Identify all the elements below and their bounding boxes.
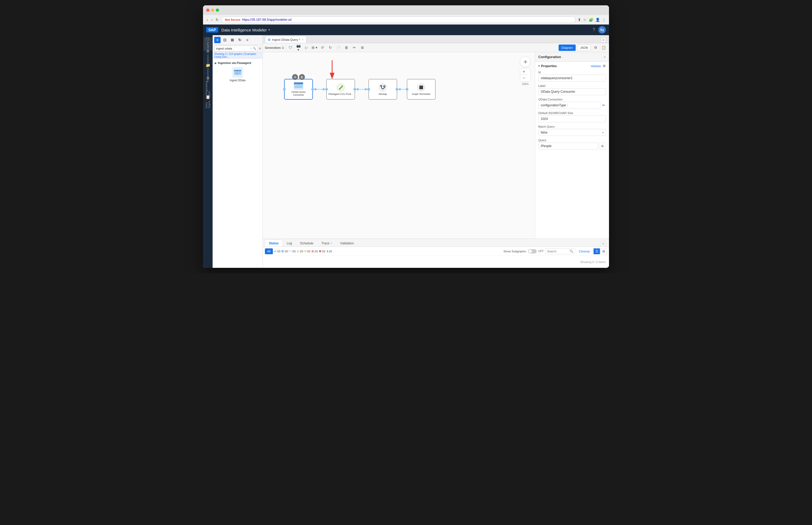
help-icon[interactable]: ? bbox=[593, 28, 595, 32]
svg-rect-8 bbox=[294, 86, 303, 87]
terminator-node-label: Graph Terminator bbox=[411, 93, 432, 96]
diagram-view-btn[interactable]: Diagram bbox=[559, 45, 576, 51]
node-action-settings[interactable]: ⚙ bbox=[292, 74, 298, 80]
bottom-tab-trace[interactable]: Trace × bbox=[317, 240, 336, 246]
query-copy-btn[interactable]: ⧉ bbox=[599, 142, 606, 150]
csv-node-box[interactable]: Flowagent CSV Prod... bbox=[326, 79, 355, 100]
sidebar-item-operators[interactable]: ⚙ Operators bbox=[204, 52, 212, 65]
sidebar-item-config-types[interactable]: ⚙ Configuration Types bbox=[204, 80, 212, 94]
canvas-config-split: ⚙ 🗑 bbox=[263, 52, 609, 239]
odata-node-box[interactable]: OData Query Consumer bbox=[284, 79, 313, 100]
back-button[interactable]: ‹ bbox=[206, 17, 208, 22]
search-go-icon[interactable]: 🔍 bbox=[253, 47, 256, 50]
copy-btn[interactable]: 📄 bbox=[335, 45, 342, 51]
filter-dead[interactable]: ✖ (0) bbox=[319, 249, 325, 254]
menu-icon[interactable]: ⋮ bbox=[602, 18, 606, 22]
subgraphs-toggle[interactable] bbox=[528, 249, 537, 253]
validate-btn[interactable]: 🛡 bbox=[287, 45, 294, 51]
json-view-btn[interactable]: JSON bbox=[577, 45, 591, 51]
sidebar-item-repository[interactable]: 📁 Repository bbox=[204, 66, 212, 79]
bottom-maximize-btn[interactable]: ⊡ bbox=[601, 241, 606, 246]
grid-btn[interactable]: ⊞ bbox=[359, 45, 366, 51]
canvas-maximize-btn[interactable]: ⊡ bbox=[601, 38, 606, 42]
filter-pending[interactable]: ⚙ (0) bbox=[282, 249, 288, 254]
zoom-out-btn[interactable]: − bbox=[520, 75, 528, 81]
filter-paused[interactable]: ⏸ (0) bbox=[297, 249, 303, 254]
tree-item-ingestion[interactable]: ▶ Ingestion via Flowagent bbox=[215, 61, 260, 65]
flow-node-wiretap[interactable]: Wiretap bbox=[368, 79, 397, 100]
sidebar-item-graphs[interactable]: ⬡ Graphs bbox=[204, 37, 212, 51]
extension-icon[interactable]: 🧩 bbox=[589, 18, 593, 22]
bottom-search-input[interactable] bbox=[547, 250, 568, 253]
run-btn[interactable]: ▷ bbox=[303, 45, 310, 51]
label-field-input[interactable] bbox=[538, 88, 606, 95]
filter-graphs-button[interactable]: ≡ bbox=[244, 37, 250, 43]
profile-icon[interactable]: 👤 bbox=[595, 18, 600, 22]
delete-btn[interactable]: 🗑 bbox=[343, 45, 350, 51]
share-icon[interactable]: ⬆ bbox=[578, 18, 581, 22]
dropdown-arrow[interactable]: ▾ bbox=[269, 28, 270, 32]
filter-running[interactable]: ✔ (0) bbox=[275, 249, 280, 254]
forward-button[interactable]: › bbox=[211, 17, 213, 22]
refresh-graphs-button[interactable]: ↻ bbox=[237, 37, 243, 43]
graph-item-ingest-odata[interactable]: Ingest OData bbox=[215, 65, 260, 84]
filter-info[interactable]: ℹ (0) bbox=[327, 249, 333, 254]
flow-node-terminator[interactable]: Graph Terminator bbox=[407, 79, 436, 100]
address-input[interactable]: Not Secure https://35.187.68.5/app/model… bbox=[221, 16, 576, 23]
user-avatar[interactable]: Sy bbox=[598, 26, 606, 33]
settings-btn[interactable]: ⚙ bbox=[593, 45, 599, 51]
filter-restarting[interactable]: ↺ (0) bbox=[304, 249, 310, 254]
connector-dot-5 bbox=[399, 88, 401, 90]
filter-error[interactable]: ⊗ (0) bbox=[312, 249, 318, 254]
add-graph-button[interactable]: + bbox=[214, 37, 221, 43]
node-action-delete[interactable]: 🗑 bbox=[299, 74, 305, 80]
redo-btn[interactable]: ↻ bbox=[327, 45, 334, 51]
id-field-input[interactable] bbox=[538, 75, 606, 81]
bottom-tab-log[interactable]: Log bbox=[283, 240, 296, 246]
list-view-btn[interactable]: ☰ bbox=[594, 249, 600, 254]
nvarchar-input[interactable] bbox=[538, 115, 606, 122]
filter-icon[interactable]: ≡ bbox=[259, 47, 261, 50]
odata-connection-input[interactable] bbox=[538, 102, 600, 109]
batch-query-select[interactable]: false true bbox=[538, 129, 606, 136]
all-filter-btn[interactable]: All bbox=[265, 249, 273, 254]
canvas-nav-control[interactable]: ✛ bbox=[520, 57, 531, 67]
flow-node-odata[interactable]: ⚙ 🗑 bbox=[284, 79, 313, 100]
terminator-node-box[interactable]: Graph Terminator bbox=[407, 79, 436, 100]
canvas-tab-ingest-odata[interactable]: ⊞ Ingest OData Query * × bbox=[265, 36, 306, 43]
log-tab-label: Log bbox=[287, 241, 292, 245]
wiretap-node-box[interactable]: Wiretap bbox=[368, 79, 397, 100]
query-input[interactable] bbox=[538, 142, 598, 150]
undo-btn[interactable]: ↺ bbox=[319, 45, 326, 51]
flow-node-csv[interactable]: Flowagent CSV Prod... bbox=[326, 79, 355, 100]
bottom-search[interactable]: 🔍 bbox=[545, 249, 575, 254]
reload-button[interactable]: ↻ bbox=[215, 17, 219, 22]
canvas[interactable]: ⚙ 🗑 bbox=[263, 52, 535, 239]
copy-graph-button[interactable]: ⊡ bbox=[222, 37, 228, 43]
snapshot-btn[interactable]: 📷 ▾ bbox=[295, 45, 302, 51]
bookmark-icon[interactable]: ☆ bbox=[583, 18, 586, 22]
validate-link[interactable]: Validate bbox=[591, 64, 601, 68]
search-clear-icon[interactable]: × bbox=[250, 47, 252, 50]
collapse-arrow-icon[interactable]: ▾ bbox=[538, 64, 540, 68]
cleanup-btn[interactable]: Cleanup bbox=[577, 249, 592, 254]
bottom-tab-schedule[interactable]: Schedule bbox=[296, 240, 317, 246]
config-close-btn[interactable]: × bbox=[604, 55, 606, 59]
bottom-tab-validation[interactable]: Validation bbox=[336, 240, 358, 246]
layout-btn[interactable]: ⊞ ▾ bbox=[311, 45, 318, 51]
edit-btn[interactable]: ✏ bbox=[351, 45, 358, 51]
odata-connection-edit-btn[interactable]: ✏ bbox=[601, 103, 606, 107]
zoom-in-btn[interactable]: + bbox=[520, 69, 528, 75]
canvas-tab-close-icon[interactable]: × bbox=[302, 38, 303, 41]
minimize-btn[interactable] bbox=[211, 9, 214, 12]
filter-activity[interactable]: 〰 (0) bbox=[289, 249, 295, 254]
group-view-btn[interactable]: ⊞ bbox=[600, 249, 607, 254]
docs-btn[interactable]: 📋 bbox=[600, 45, 607, 51]
maximize-btn-traffic[interactable] bbox=[216, 9, 219, 12]
bottom-tab-status[interactable]: Status bbox=[265, 240, 283, 246]
export-graph-button[interactable]: ⊠ bbox=[229, 37, 235, 43]
search-input-wrap[interactable]: ingest odata × 🔍 bbox=[214, 46, 258, 51]
settings-icon[interactable]: ⚙ bbox=[603, 64, 606, 68]
trace-tab-close[interactable]: × bbox=[331, 242, 332, 245]
close-btn[interactable] bbox=[206, 9, 209, 12]
